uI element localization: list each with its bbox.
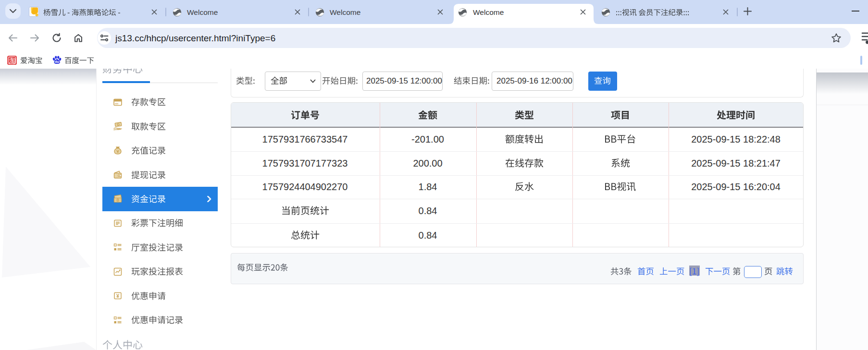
svg-text:du: du [55,60,60,64]
